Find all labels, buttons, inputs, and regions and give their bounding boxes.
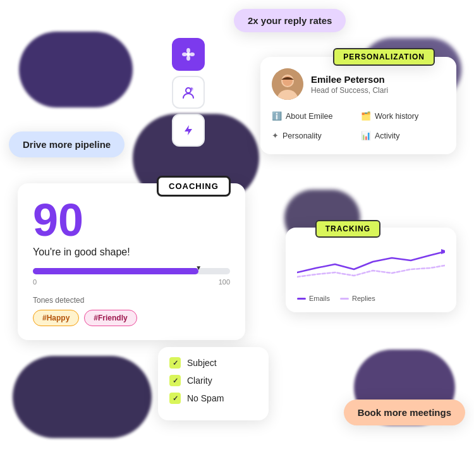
pipeline-text: Drive more pipeline <box>23 139 111 150</box>
svg-point-1 <box>186 48 190 53</box>
legend-emails: Emails <box>297 295 330 302</box>
bg-blob-4 <box>13 356 152 438</box>
meetings-text: Book more meetings <box>358 407 451 418</box>
info-about-icon: ℹ️ <box>272 111 282 121</box>
tone-tags: #Happy #Friendly <box>33 310 230 326</box>
checklist-clarity-label: Clarity <box>187 375 212 386</box>
info-grid: ℹ️ About Emilee 🗂️ Work history ✦ Person… <box>272 109 445 143</box>
legend-replies-dot <box>340 298 349 300</box>
avatar <box>272 68 303 100</box>
legend-emails-dot <box>297 298 306 300</box>
icon-sidebar: + <box>172 38 205 147</box>
progress-container: ▼ <box>33 268 230 274</box>
progress-marker: ▼ <box>195 264 202 271</box>
tracking-badge: TRACKING <box>315 220 380 238</box>
checklist-card: ✓ Subject ✓ Clarity ✓ No Spam <box>158 347 269 420</box>
svg-text:+: + <box>190 87 193 91</box>
progress-labels: 0 100 <box>33 278 230 286</box>
checklist-item-clarity: ✓ Clarity <box>169 375 257 386</box>
check-clarity: ✓ <box>169 375 181 386</box>
coaching-badge: COACHING <box>157 176 231 197</box>
person-icon-btn[interactable]: + <box>172 76 205 109</box>
tones-section: Tones detected #Happy #Friendly <box>33 296 230 326</box>
reply-rates-bubble: 2x your reply rates <box>234 9 346 32</box>
tracking-chart <box>297 238 445 288</box>
chart-legend: Emails Replies <box>297 295 445 302</box>
svg-point-3 <box>182 52 187 56</box>
person-name: Emilee Peterson <box>311 74 388 85</box>
info-workhistory-icon: 🗂️ <box>361 111 371 121</box>
checklist-subject-label: Subject <box>187 358 217 368</box>
info-personality-label: Personality <box>283 131 322 140</box>
personalization-card: Emilee Peterson Head of Success, Clari ℹ… <box>260 57 456 154</box>
person-info: Emilee Peterson Head of Success, Clari <box>311 74 388 95</box>
person-header: Emilee Peterson Head of Success, Clari <box>272 68 445 100</box>
progress-bar-fill <box>33 268 198 274</box>
lightning-icon-btn[interactable] <box>172 114 205 147</box>
legend-replies: Replies <box>340 295 375 302</box>
info-activity[interactable]: 📊 Activity <box>361 128 445 143</box>
progress-min: 0 <box>33 278 37 286</box>
checklist-item-subject: ✓ Subject <box>169 357 257 369</box>
checklist-nospam-label: No Spam <box>187 393 224 403</box>
svg-marker-13 <box>441 249 445 254</box>
info-activity-icon: 📊 <box>361 131 371 140</box>
meetings-bubble: Book more meetings <box>344 400 465 425</box>
tone-happy: #Happy <box>33 310 79 326</box>
progress-max: 100 <box>219 278 230 286</box>
check-subject: ✓ <box>169 357 181 369</box>
tracking-card: Emails Replies <box>286 228 456 312</box>
info-workhistory[interactable]: 🗂️ Work history <box>361 109 445 123</box>
tones-label: Tones detected <box>33 296 230 305</box>
chart-area <box>297 238 445 288</box>
pipeline-bubble: Drive more pipeline <box>9 131 125 157</box>
legend-emails-label: Emails <box>309 295 330 302</box>
info-activity-label: Activity <box>375 131 400 140</box>
score-number: 90 <box>33 197 230 243</box>
reply-rates-text: 2x your reply rates <box>248 15 332 26</box>
personalization-badge: PERSONALIZATION <box>333 48 435 66</box>
score-label: You're in good shape! <box>33 247 230 258</box>
checklist-item-nospam: ✓ No Spam <box>169 393 257 404</box>
info-personality-icon: ✦ <box>272 131 279 140</box>
info-workhistory-label: Work history <box>375 112 418 121</box>
svg-point-2 <box>186 56 190 61</box>
svg-point-4 <box>190 52 195 56</box>
bg-blob-1 <box>19 32 133 107</box>
legend-replies-label: Replies <box>352 295 375 302</box>
info-personality[interactable]: ✦ Personality <box>272 128 356 143</box>
coaching-card: 90 You're in good shape! ▼ 0 100 Tones d… <box>18 183 245 340</box>
check-nospam: ✓ <box>169 393 181 404</box>
person-title: Head of Success, Clari <box>311 86 388 95</box>
info-about[interactable]: ℹ️ About Emilee <box>272 109 356 123</box>
info-about-label: About Emilee <box>286 112 332 121</box>
tone-friendly: #Friendly <box>84 310 137 326</box>
flower-icon-btn[interactable] <box>172 38 205 71</box>
